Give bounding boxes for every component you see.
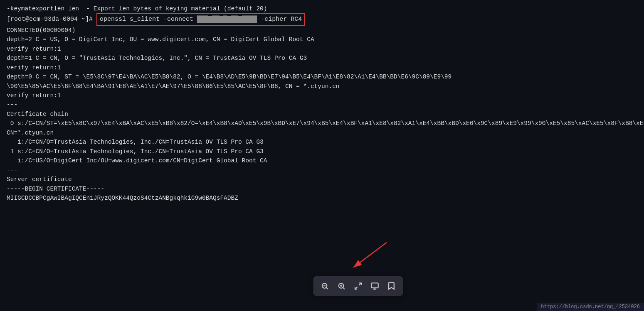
terminal-line-14: CN=*.ctyun.cn — [7, 128, 637, 137]
terminal-line-15: i:/C=CN/O=TrustAsia Technologies, Inc./C… — [7, 137, 637, 147]
terminal-line-18: --- — [7, 166, 637, 175]
terminal-window: -keymatexportlen len - Export len bytes … — [0, 0, 644, 311]
terminal-command-highlight: openssl s_client -connect ███ ██ █ ██ ██… — [96, 13, 305, 25]
terminal-line-21: MIIGCDCCBPCgAwIBAgIQCEn1JRyzQOKK44QzoS4C… — [7, 193, 637, 203]
redacted-ip: ███ ██ █ ██ ████ — [197, 16, 257, 23]
terminal-line-3: CONNECTED(00000004) — [7, 26, 637, 35]
zoom-in-button[interactable] — [334, 279, 349, 294]
terminal-line-16: 1 s:/C=CN/O=TrustAsia Technologies, Inc.… — [7, 147, 637, 156]
terminal-line-10: verify return:1 — [7, 91, 637, 100]
bookmark-button[interactable] — [384, 279, 399, 294]
status-bar: https://blog.csdn.net/qq_42534026 — [537, 303, 644, 311]
terminal-line-6: depth=1 C = CN, O = "TrustAsia Technolog… — [7, 54, 637, 63]
terminal-line-13: 0 s:/C=CN/ST=\xE5\x8C\x97\xE4\xBA\xAC\xE… — [7, 119, 637, 128]
svg-line-8 — [343, 288, 345, 289]
svg-rect-11 — [371, 283, 378, 288]
terminal-line-11: --- — [7, 100, 637, 109]
terminal-line-19: Server certificate — [7, 175, 637, 184]
terminal-line-20: -----BEGIN CERTIFICATE----- — [7, 184, 637, 193]
svg-line-4 — [326, 288, 328, 289]
terminal-line-12: Certificate chain — [7, 110, 637, 119]
toolbar — [313, 276, 403, 296]
zoom-out-button[interactable] — [317, 279, 332, 294]
terminal-line-9: \90\E5\85\AC\E5\8F\B8\E4\BA\91\E8\AE\A1\… — [7, 82, 637, 91]
terminal-line-5: verify return:1 — [7, 44, 637, 54]
svg-line-1 — [353, 242, 387, 267]
terminal-line-7: verify return:1 — [7, 63, 637, 72]
terminal-prompt: [root@ecm-93da-0004 ~]# — [7, 15, 96, 24]
status-url: https://blog.csdn.net/qq_42534026 — [541, 304, 640, 310]
terminal-line-1: -keymatexportlen len - Export len bytes … — [7, 4, 637, 13]
terminal-line-2: [root@ecm-93da-0004 ~]# openssl s_client… — [7, 13, 637, 25]
presentation-button[interactable] — [367, 279, 382, 294]
arrow-indicator — [341, 238, 395, 276]
terminal-line-8: depth=0 C = CN, ST = \E5\8C\97\E4\BA\AC\… — [7, 72, 637, 81]
terminal-line-17: i:/C=US/O=DigiCert Inc/OU=www.digicert.c… — [7, 156, 637, 165]
fullscreen-button[interactable] — [350, 279, 365, 294]
terminal-line-4: depth=2 C = US, O = DigiCert Inc, OU = w… — [7, 35, 637, 44]
